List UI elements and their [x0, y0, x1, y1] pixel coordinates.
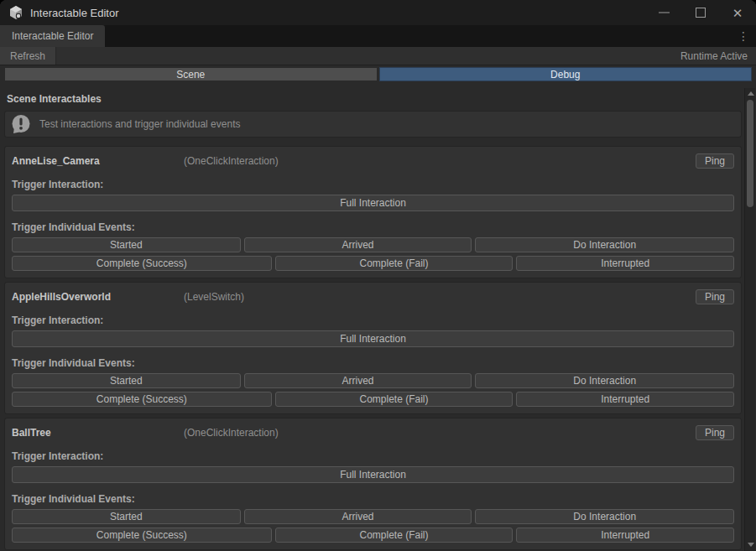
close-button[interactable]: ✕: [719, 0, 756, 25]
entry-name: BallTree: [12, 427, 184, 439]
event-button-interrupted[interactable]: Interrupted: [516, 528, 734, 543]
event-button-complete-fail[interactable]: Complete (Fail): [275, 392, 514, 407]
trigger-individual-events-label: Trigger Individual Events:: [12, 221, 734, 233]
event-button-complete-success[interactable]: Complete (Success): [12, 528, 272, 543]
interactable-entry: AppleHillsOverworld (LevelSwitch) Ping T…: [4, 282, 742, 414]
full-interaction-button[interactable]: Full Interaction: [12, 466, 734, 483]
speech-bubble-exclamation-icon: [11, 114, 31, 134]
interactable-entry: BallTree (OneClickInteraction) Ping Trig…: [4, 418, 742, 550]
view-toggle: Scene Debug: [0, 65, 756, 83]
full-interaction-button[interactable]: Full Interaction: [12, 195, 734, 211]
trigger-interaction-label: Trigger Interaction:: [12, 450, 734, 462]
window-title: Interactable Editor: [30, 7, 119, 19]
trigger-interaction-label: Trigger Interaction:: [12, 179, 734, 190]
entry-type: (OneClickInteraction): [184, 155, 696, 167]
entry-name: AnneLise_Camera: [12, 155, 184, 167]
tab-label: Interactable Editor: [12, 30, 93, 42]
maximize-button[interactable]: [682, 0, 719, 25]
vertical-scrollbar[interactable]: [744, 88, 755, 551]
tab-interactable-editor[interactable]: Interactable Editor: [0, 25, 105, 47]
refresh-button[interactable]: Refresh: [0, 47, 56, 65]
trigger-individual-events-label: Trigger Individual Events:: [12, 493, 734, 505]
unity-cube-icon: [8, 5, 23, 20]
entry-type: (LevelSwitch): [184, 291, 696, 303]
interactable-entry: AnneLise_Camera (OneClickInteraction) Pi…: [4, 146, 742, 278]
full-interaction-button[interactable]: Full Interaction: [12, 330, 734, 347]
scroll-up-icon: [748, 91, 754, 96]
event-button-do-interaction[interactable]: Do Interaction: [475, 237, 734, 252]
event-button-complete-success[interactable]: Complete (Success): [12, 392, 272, 407]
ping-button[interactable]: Ping: [696, 153, 734, 169]
scroll-down-button[interactable]: [745, 539, 756, 549]
maximize-icon: [696, 8, 706, 18]
info-text: Test interactions and trigger individual…: [39, 118, 240, 130]
event-button-interrupted[interactable]: Interrupted: [516, 392, 734, 407]
event-button-started[interactable]: Started: [12, 237, 241, 252]
entry-type: (OneClickInteraction): [184, 427, 696, 439]
toggle-debug-button[interactable]: Debug: [379, 67, 753, 81]
event-button-started[interactable]: Started: [12, 509, 241, 524]
toolbar: Refresh Runtime Active: [0, 47, 756, 65]
event-button-do-interaction[interactable]: Do Interaction: [475, 373, 734, 388]
tab-bar: Interactable Editor ⋮: [0, 25, 756, 47]
event-button-row-2: Complete (Success)Complete (Fail)Interru…: [12, 256, 734, 271]
runtime-active-status: Runtime Active: [680, 47, 756, 65]
event-button-interrupted[interactable]: Interrupted: [516, 256, 734, 271]
kebab-menu-icon[interactable]: ⋮: [731, 25, 756, 47]
event-button-complete-fail[interactable]: Complete (Fail): [275, 256, 514, 271]
minimize-icon: [659, 12, 670, 13]
minimize-button[interactable]: [645, 0, 682, 25]
interactable-entry-list: AnneLise_Camera (OneClickInteraction) Pi…: [4, 146, 742, 551]
event-button-row-1: StartedArrivedDo Interaction: [12, 373, 734, 388]
event-button-complete-fail[interactable]: Complete (Fail): [275, 528, 514, 543]
event-button-row-2: Complete (Success)Complete (Fail)Interru…: [12, 392, 734, 407]
ping-button[interactable]: Ping: [696, 289, 734, 304]
scrollbar-thumb[interactable]: [747, 100, 753, 207]
toggle-scene-button[interactable]: Scene: [4, 67, 378, 81]
ping-button[interactable]: Ping: [696, 425, 734, 440]
event-button-arrived[interactable]: Arrived: [244, 237, 472, 252]
event-button-row-1: StartedArrivedDo Interaction: [12, 509, 734, 524]
window-titlebar: Interactable Editor ✕: [0, 0, 756, 25]
section-title: Scene Interactables: [7, 93, 742, 105]
entry-name: AppleHillsOverworld: [12, 291, 184, 303]
event-button-complete-success[interactable]: Complete (Success): [12, 256, 272, 271]
close-icon: ✕: [733, 7, 743, 19]
event-button-arrived[interactable]: Arrived: [244, 373, 472, 388]
trigger-individual-events-label: Trigger Individual Events:: [12, 357, 734, 369]
scroll-down-icon: [748, 543, 754, 547]
event-button-row-2: Complete (Success)Complete (Fail)Interru…: [12, 528, 734, 543]
scroll-up-button[interactable]: [745, 88, 756, 98]
event-button-started[interactable]: Started: [12, 373, 241, 388]
event-button-do-interaction[interactable]: Do Interaction: [475, 509, 734, 524]
trigger-interaction-label: Trigger Interaction:: [12, 314, 734, 326]
interactable-editor-window: Interactable Editor ✕ Interactable Edito…: [0, 0, 756, 551]
event-button-row-1: StartedArrivedDo Interaction: [12, 237, 734, 252]
scene-interactables-panel: Scene Interactables Test interactions an…: [0, 83, 756, 551]
event-button-arrived[interactable]: Arrived: [244, 509, 472, 524]
info-help-box: Test interactions and trigger individual…: [4, 111, 742, 138]
